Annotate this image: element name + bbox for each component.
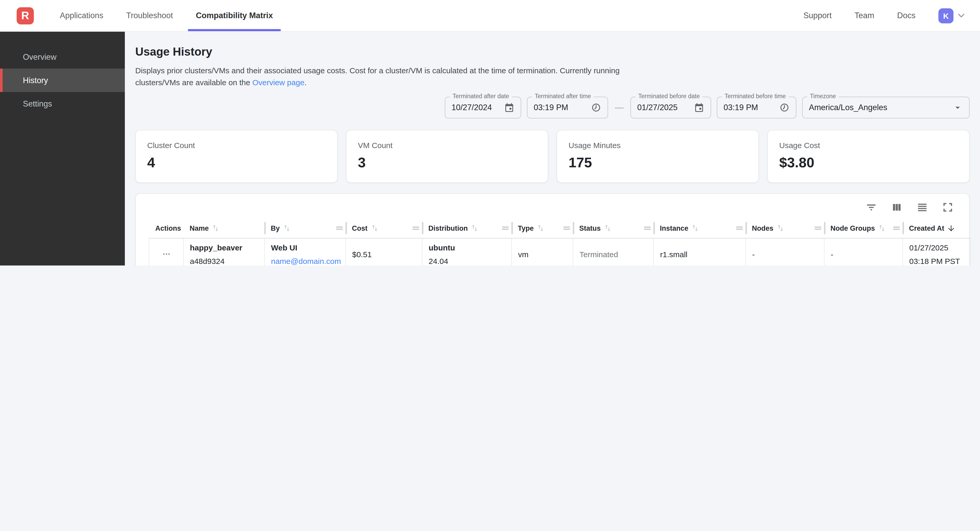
filter-bar: Terminated after date 10/27/2024 Termina… (135, 97, 970, 119)
nav-link-support[interactable]: Support (803, 11, 832, 20)
density-icon[interactable] (916, 201, 928, 213)
clock-icon[interactable] (779, 102, 790, 113)
status-cell: Terminated (573, 238, 654, 265)
fullscreen-icon[interactable] (942, 201, 953, 213)
stat-card-vm-count: VM Count 3 (346, 130, 548, 183)
sort-icon[interactable] (603, 224, 612, 232)
stat-card-usage-minutes: Usage Minutes 175 (557, 130, 759, 183)
column-drag-grip-icon[interactable] (892, 224, 900, 232)
nav-item-troubleshoot[interactable]: Troubleshoot (115, 0, 185, 31)
sort-icon[interactable] (212, 224, 220, 232)
column-header-by[interactable]: By (264, 218, 346, 238)
secondary-nav: Support Team Docs K (803, 8, 966, 23)
sidebar-item-settings[interactable]: Settings (0, 92, 125, 115)
replicated-logo[interactable]: R (17, 7, 34, 24)
created-date: 01/27/2025 (909, 243, 964, 252)
nav-item-compatibility-matrix[interactable]: Compatibility Matrix (185, 0, 284, 31)
type-cell: vm (512, 238, 573, 265)
chevron-down-icon (956, 10, 966, 21)
table-header-row: ActionsNameByCostDistributionTypeStatusI… (149, 218, 970, 238)
column-drag-grip-icon[interactable] (501, 224, 509, 232)
column-header-instance[interactable]: Instance (654, 218, 746, 238)
column-header-node-groups[interactable]: Node Groups (824, 218, 903, 238)
table-toolbar (136, 194, 969, 214)
sidebar-item-history[interactable]: History (0, 68, 125, 92)
sort-icon[interactable] (776, 224, 784, 232)
column-header-actions: Actions (149, 218, 183, 238)
sidebar-item-overview[interactable]: Overview (0, 45, 125, 68)
filter-icon[interactable] (865, 201, 877, 213)
node-groups-cell: - (824, 238, 903, 265)
account-menu[interactable]: K (939, 8, 966, 23)
sort-icon[interactable] (878, 224, 886, 232)
column-drag-grip-icon[interactable] (814, 224, 822, 232)
dropdown-arrow-icon[interactable] (953, 102, 963, 113)
app-window: R Applications Troubleshoot Compatibilit… (0, 0, 980, 265)
usage-history-table-card: ActionsNameByCostDistributionTypeStatusI… (135, 193, 970, 265)
cost-cell: $0.51 (346, 238, 422, 265)
timezone-select[interactable]: Timezone America/Los_Angeles (802, 97, 970, 119)
date-range-separator: — (614, 102, 625, 113)
primary-nav: Applications Troubleshoot Compatibility … (48, 0, 284, 31)
stat-card-cluster-count: Cluster Count 4 (135, 130, 337, 183)
terminated-after-time-input[interactable]: Terminated after time 03:19 PM (527, 97, 608, 119)
sort-desc-icon[interactable] (947, 223, 956, 233)
table-row: happy_beavera48d9324Web UIname@domain.co… (149, 238, 970, 265)
sidebar: Overview History Settings (0, 32, 125, 265)
column-header-cost[interactable]: Cost (346, 218, 422, 238)
more-horizontal-icon (161, 249, 172, 259)
terminated-before-date-input[interactable]: Terminated before date 01/27/2025 (630, 97, 711, 119)
distribution-name: ubuntu (429, 243, 505, 252)
calendar-icon[interactable] (504, 102, 514, 113)
row-actions-button[interactable] (160, 248, 172, 260)
top-nav: R Applications Troubleshoot Compatibilit… (0, 0, 980, 32)
column-header-distribution[interactable]: Distribution (422, 218, 512, 238)
distribution-version: 24.04 (429, 257, 505, 265)
stat-card-usage-cost: Usage Cost $3.80 (767, 130, 970, 183)
data-grid: ActionsNameByCostDistributionTypeStatusI… (149, 218, 969, 265)
nav-link-docs[interactable]: Docs (897, 11, 915, 20)
clock-icon[interactable] (591, 102, 601, 113)
stat-cards: Cluster Count 4 VM Count 3 Usage Minutes… (135, 130, 970, 183)
column-header-name[interactable]: Name (183, 218, 264, 238)
cluster-id: a48d9324 (190, 257, 258, 265)
terminated-after-date-input[interactable]: Terminated after date 10/27/2024 (445, 97, 521, 119)
created-by: Web UI (271, 243, 339, 252)
email-link[interactable]: name@domain.com (271, 257, 339, 265)
sort-icon[interactable] (536, 224, 545, 232)
column-header-nodes[interactable]: Nodes (746, 218, 824, 238)
column-drag-grip-icon[interactable] (643, 224, 652, 232)
column-header-status[interactable]: Status (573, 218, 654, 238)
page-description: Displays prior clusters/VMs and their as… (135, 65, 641, 88)
instance-cell: r1.small (654, 238, 746, 265)
avatar[interactable]: K (939, 8, 953, 23)
columns-icon[interactable] (891, 201, 902, 213)
page-title: Usage History (135, 45, 970, 59)
created-time: 03:18 PM PST (909, 257, 964, 265)
sort-icon[interactable] (370, 224, 379, 232)
column-drag-grip-icon[interactable] (335, 224, 344, 232)
main-content: Usage History Displays prior clusters/VM… (125, 32, 980, 265)
sort-icon[interactable] (282, 224, 291, 232)
column-header-type[interactable]: Type (512, 218, 573, 238)
sort-icon[interactable] (471, 224, 479, 232)
column-header-created-at[interactable]: Created At (903, 218, 970, 238)
sort-icon[interactable] (691, 224, 699, 232)
calendar-icon[interactable] (694, 102, 704, 113)
overview-page-link[interactable]: Overview page (252, 78, 304, 87)
nav-link-team[interactable]: Team (854, 11, 874, 20)
cluster-name: happy_beaver (190, 243, 258, 252)
terminated-before-time-input[interactable]: Terminated before time 03:19 PM (717, 97, 796, 119)
nav-item-applications[interactable]: Applications (48, 0, 115, 31)
column-drag-grip-icon[interactable] (735, 224, 744, 232)
column-drag-grip-icon[interactable] (563, 224, 571, 232)
column-drag-grip-icon[interactable] (412, 224, 420, 232)
nodes-cell: - (746, 238, 824, 265)
